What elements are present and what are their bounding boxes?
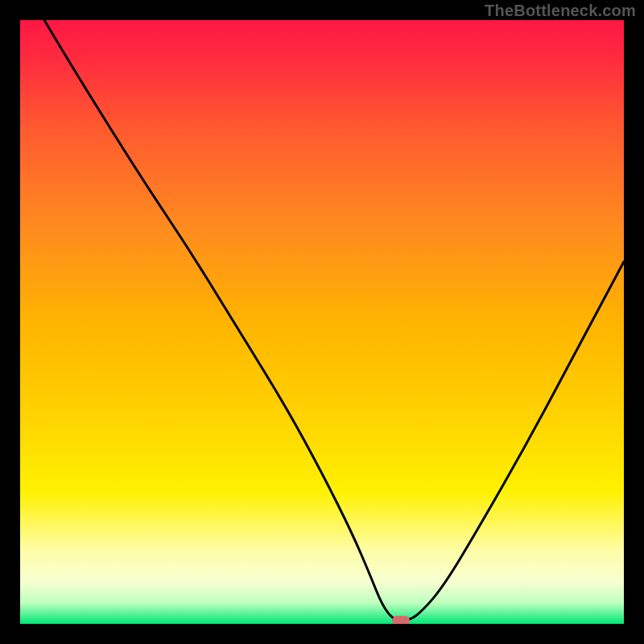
watermark-text: TheBottleneck.com [485, 2, 636, 20]
marker-pill [392, 616, 410, 624]
chart-frame: TheBottleneck.com [0, 0, 644, 644]
gradient-background [20, 20, 624, 624]
plot-area [20, 20, 624, 624]
chart-svg [20, 20, 624, 624]
